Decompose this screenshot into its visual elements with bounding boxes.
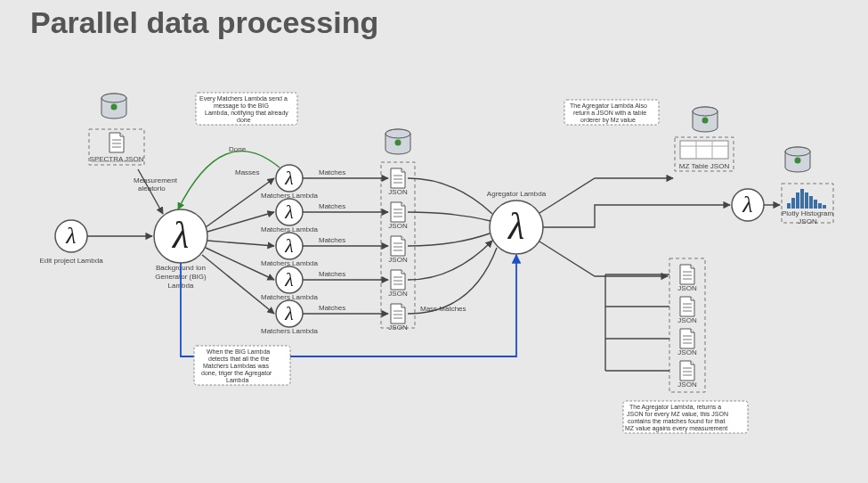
json-file: JSON bbox=[388, 236, 408, 264]
svg-text:Lambda: Lambda bbox=[226, 377, 248, 383]
db-icon bbox=[785, 147, 810, 172]
json-file: JSON bbox=[388, 202, 408, 230]
spectra-json-label: SPECTRA JSON bbox=[90, 155, 144, 163]
svg-text:The Agregator Lambda, returns : The Agregator Lambda, returns a bbox=[629, 404, 721, 411]
svg-text:Matchers Lambdas was: Matchers Lambdas was bbox=[203, 363, 269, 369]
svg-text:λ: λ bbox=[507, 206, 524, 247]
svg-text:JSON: JSON bbox=[388, 222, 408, 230]
edge bbox=[408, 233, 490, 246]
edge bbox=[408, 248, 497, 314]
edge bbox=[539, 242, 668, 276]
edge bbox=[408, 212, 491, 221]
edge-label: Matches bbox=[319, 304, 345, 312]
db-icon bbox=[101, 94, 126, 119]
db-icon bbox=[385, 129, 410, 154]
svg-rect-61 bbox=[818, 203, 822, 209]
svg-rect-59 bbox=[809, 196, 813, 209]
svg-text:JSON: JSON bbox=[677, 316, 697, 324]
svg-text:contains the matches found for: contains the matches found for that bbox=[628, 418, 725, 424]
db-icon bbox=[693, 107, 718, 132]
svg-text:JSON: JSON bbox=[677, 348, 697, 356]
edge-label: Measurement bbox=[134, 176, 178, 184]
svg-text:MZ Table JSON: MZ Table JSON bbox=[679, 162, 730, 170]
edge-done bbox=[178, 151, 280, 209]
svg-text:Lambda, notifying that already: Lambda, notifying that already bbox=[205, 110, 288, 117]
edge bbox=[206, 178, 274, 227]
json-file: JSON bbox=[677, 265, 697, 292]
svg-rect-56 bbox=[796, 192, 799, 209]
json-file: JSON bbox=[388, 168, 408, 196]
svg-text:detects that all the the: detects that all the the bbox=[208, 356, 270, 362]
svg-rect-62 bbox=[823, 205, 826, 209]
svg-text:orderer by Mz value: orderer by Mz value bbox=[580, 117, 636, 124]
mz-table-json: MZ Table JSON bbox=[675, 137, 734, 171]
diagram-stage: Parallel data processing bbox=[0, 0, 868, 483]
callout-when-big: When the BIG Lambda detects that all the… bbox=[194, 346, 290, 385]
edge-label: Matches bbox=[319, 168, 345, 176]
svg-rect-55 bbox=[791, 198, 795, 209]
svg-text:JSON: JSON bbox=[388, 290, 408, 298]
svg-text:return a JSON with a table: return a JSON with a table bbox=[573, 110, 646, 116]
svg-text:JSON: JSON bbox=[388, 188, 408, 196]
svg-text:JSON: JSON bbox=[677, 284, 697, 292]
svg-text:The Agregator Lambda Also: The Agregator Lambda Also bbox=[570, 102, 647, 110]
json-file: JSON bbox=[677, 297, 697, 324]
svg-text:λ: λ bbox=[171, 215, 189, 256]
edge-label: aleatorio bbox=[138, 184, 166, 192]
svg-text:JSON: JSON bbox=[388, 323, 408, 332]
svg-text:When the BIG Lambda: When the BIG Lambda bbox=[207, 348, 270, 355]
svg-text:Plotly Histogram: Plotly Histogram bbox=[782, 209, 834, 217]
svg-text:JSON for every MZ value, this : JSON for every MZ value, this JSON bbox=[627, 411, 728, 418]
json-file: JSON bbox=[677, 361, 697, 389]
svg-text:Every Matchers Lambda send a: Every Matchers Lambda send a bbox=[199, 95, 288, 102]
svg-text:JSON: JSON bbox=[388, 256, 408, 264]
matcher-lambda-5: Matchers Lambda bbox=[261, 300, 319, 335]
json-file: JSON bbox=[677, 329, 697, 356]
edge-label: Mass Matches bbox=[420, 305, 466, 313]
svg-rect-46 bbox=[680, 141, 728, 159]
callout-agregator-jsons: The Agregator Lambda, returns a JSON for… bbox=[623, 401, 748, 433]
edge bbox=[408, 241, 492, 280]
agregator-lambda: λ Agregator Lambda bbox=[487, 190, 547, 254]
svg-text:message to the BIG: message to the BIG bbox=[214, 102, 269, 110]
callout-every-matcher: Every Matchers Lambda send a message to … bbox=[196, 93, 297, 125]
svg-rect-57 bbox=[800, 189, 804, 209]
edge bbox=[408, 178, 492, 214]
edge bbox=[207, 241, 274, 246]
svg-text:Matchers Lambda: Matchers Lambda bbox=[261, 327, 319, 335]
output-lambda: λ bbox=[732, 189, 764, 221]
edge bbox=[543, 205, 730, 227]
matcher-lambda-3: Matchers Lambda bbox=[261, 233, 319, 267]
edge bbox=[539, 178, 673, 213]
svg-text:done, triger the Agregator: done, triger the Agregator bbox=[201, 370, 272, 377]
diagram-svg: λ SPECTRA JSON λ Edit project Lambda λ B… bbox=[0, 0, 868, 483]
matcher-lambda-4: Matchers Lambda bbox=[261, 266, 319, 301]
svg-text:JSON: JSON bbox=[677, 381, 697, 389]
edit-project-lambda: λ Edit project Lambda bbox=[39, 220, 103, 265]
svg-text:MZ value agains every measurem: MZ value agains every measurement bbox=[625, 425, 727, 432]
svg-text:λ: λ bbox=[65, 223, 76, 249]
plotly-histogram-json: Plotly Histogram JSON bbox=[782, 184, 834, 225]
edge-label: Matches bbox=[319, 202, 345, 210]
callout-agregator-table: The Agregator Lambda Also return a JSON … bbox=[564, 100, 659, 125]
edge-label: Done bbox=[229, 145, 247, 153]
svg-text:Edit project Lambda: Edit project Lambda bbox=[39, 257, 103, 265]
edge-label: Masses bbox=[235, 168, 260, 176]
json-file: JSON bbox=[388, 270, 408, 298]
svg-text:λ: λ bbox=[742, 192, 752, 217]
json-file: JSON bbox=[388, 304, 408, 332]
file-icon bbox=[110, 133, 124, 152]
svg-text:JSON: JSON bbox=[798, 217, 817, 225]
svg-rect-54 bbox=[787, 203, 791, 209]
matcher-lambda-2: Matchers Lambda bbox=[261, 199, 319, 233]
edge-label: Matches bbox=[319, 236, 345, 244]
edge-label: Matches bbox=[319, 270, 345, 278]
svg-text:Agregator Lambda: Agregator Lambda bbox=[487, 190, 547, 198]
svg-rect-60 bbox=[814, 200, 817, 209]
svg-rect-58 bbox=[805, 192, 808, 209]
svg-text:done: done bbox=[237, 117, 251, 123]
